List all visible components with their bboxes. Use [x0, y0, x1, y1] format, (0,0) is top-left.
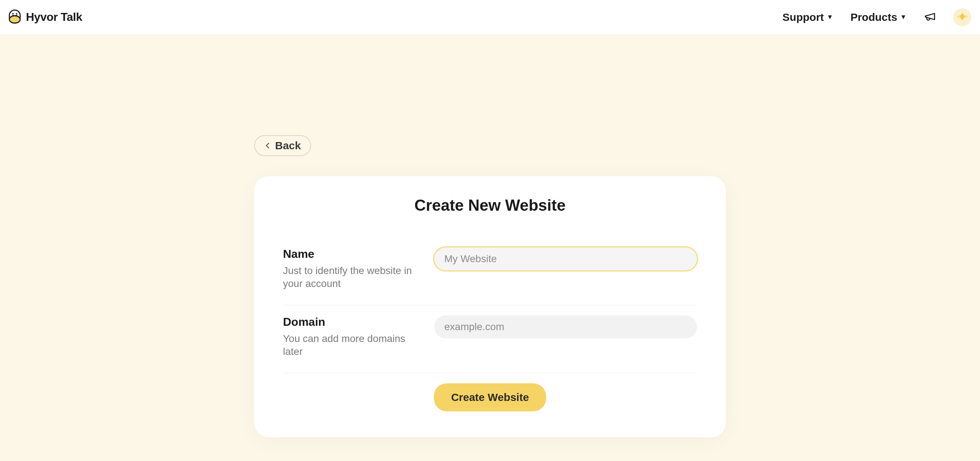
name-help: Just to identify the website in your acc…	[283, 264, 420, 291]
back-label: Back	[275, 139, 301, 152]
caret-down-icon: ▼	[827, 13, 833, 21]
nav-products-label: Products	[850, 11, 897, 24]
back-button[interactable]: Back	[254, 135, 311, 156]
svg-marker-6	[964, 15, 968, 18]
name-input[interactable]	[434, 247, 697, 271]
main-content: Back Create New Website Name Just to ide…	[0, 35, 980, 437]
nav-support[interactable]: Support ▼	[782, 11, 833, 24]
form-row-name: Name Just to identify the website in you…	[283, 237, 697, 305]
card-title: Create New Website	[283, 196, 697, 214]
svg-point-2	[12, 13, 14, 14]
name-label: Name	[283, 247, 420, 261]
announcements-button[interactable]	[924, 10, 936, 24]
domain-label: Domain	[283, 315, 420, 329]
form-field-name	[434, 247, 697, 291]
svg-rect-1	[10, 16, 20, 23]
megaphone-icon	[924, 10, 936, 24]
form-row-domain: Domain You can add more domains later	[283, 305, 697, 373]
domain-help: You can add more domains later	[283, 332, 420, 358]
domain-input[interactable]	[434, 315, 697, 338]
svg-point-3	[16, 13, 17, 14]
content-wrap: Back Create New Website Name Just to ide…	[254, 135, 726, 437]
nav-support-label: Support	[782, 11, 824, 24]
brand[interactable]: Hyvor Talk	[9, 10, 82, 25]
header-right: Support ▼ Products ▼	[782, 8, 971, 26]
submit-row: Create Website	[283, 383, 697, 411]
caret-down-icon: ▼	[900, 13, 907, 21]
form-labels-domain: Domain You can add more domains later	[283, 315, 420, 358]
nav-products[interactable]: Products ▼	[850, 11, 907, 24]
svg-marker-5	[957, 15, 961, 18]
back-arrow-icon	[264, 139, 272, 152]
avatar-icon	[956, 10, 969, 24]
create-website-card: Create New Website Name Just to identify…	[254, 176, 726, 437]
brand-logo-icon	[9, 10, 21, 25]
form-labels-name: Name Just to identify the website in you…	[283, 247, 420, 291]
header: Hyvor Talk Support ▼ Products ▼	[0, 0, 980, 35]
create-website-button[interactable]: Create Website	[434, 383, 546, 411]
form-field-domain	[434, 315, 697, 358]
brand-name: Hyvor Talk	[26, 10, 82, 24]
user-avatar[interactable]	[953, 8, 971, 26]
